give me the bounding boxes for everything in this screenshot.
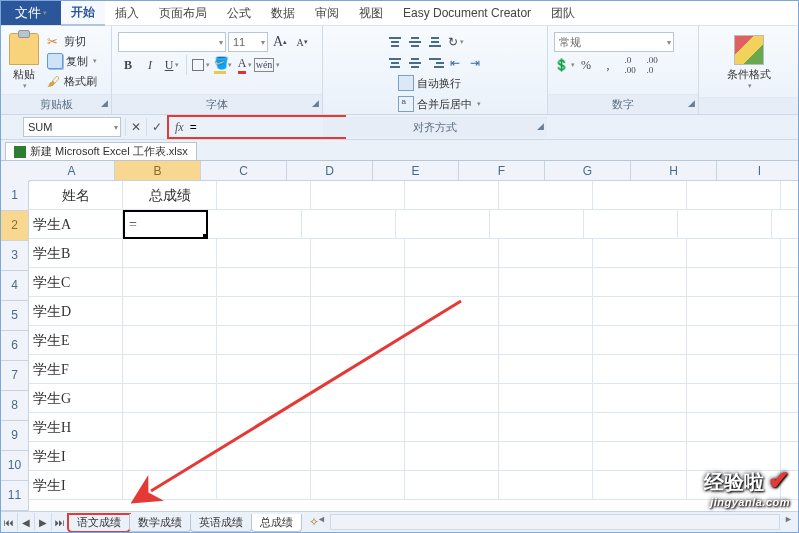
cell-C11[interactable] (217, 471, 311, 500)
cell-G4[interactable] (593, 268, 687, 297)
align-center-button[interactable] (406, 55, 424, 71)
phonetic-button[interactable]: wén▾ (257, 55, 277, 75)
cell-G8[interactable] (593, 384, 687, 413)
menu-item-0[interactable]: 开始 (61, 1, 105, 26)
currency-button[interactable]: 💲▾ (554, 55, 574, 75)
enter-formula-button[interactable]: ✓ (146, 118, 167, 136)
shrink-font-button[interactable]: A▾ (292, 32, 312, 52)
cell-C3[interactable] (217, 239, 311, 268)
underline-button[interactable]: U▾ (162, 55, 187, 75)
cell-C7[interactable] (217, 355, 311, 384)
cell-B2[interactable]: = (123, 210, 208, 239)
sheet-nav-next[interactable]: ▶ (35, 513, 52, 531)
cell-C10[interactable] (217, 442, 311, 471)
font-color-button[interactable]: A▾ (235, 55, 255, 75)
cell-G6[interactable] (593, 326, 687, 355)
dialog-launcher-icon[interactable]: ◢ (312, 98, 319, 108)
cell-G9[interactable] (593, 413, 687, 442)
cell-D11[interactable] (311, 471, 405, 500)
wrap-text-button[interactable]: 自动换行 (396, 74, 483, 92)
sheet-nav-first[interactable]: ⏮ (1, 513, 18, 531)
cell-B1[interactable]: 总成绩 (123, 181, 217, 210)
row-header-10[interactable]: 10 (1, 451, 29, 481)
cell-A5[interactable]: 学生D (29, 297, 123, 326)
sheet-nav-last[interactable]: ⏭ (52, 513, 69, 531)
cell-I4[interactable] (781, 268, 798, 297)
cell-G3[interactable] (593, 239, 687, 268)
cell-F7[interactable] (499, 355, 593, 384)
cell-C1[interactable] (217, 181, 311, 210)
cell-I8[interactable] (781, 384, 798, 413)
cell-C8[interactable] (217, 384, 311, 413)
cell-I1[interactable] (781, 181, 798, 210)
cell-B10[interactable] (123, 442, 217, 471)
align-middle-button[interactable] (406, 34, 424, 50)
cell-B8[interactable] (123, 384, 217, 413)
file-menu[interactable]: 文件▾ (1, 1, 61, 25)
comma-button[interactable]: , (598, 55, 618, 75)
row-header-6[interactable]: 6 (1, 331, 29, 361)
cell-B7[interactable] (123, 355, 217, 384)
cell-D2[interactable] (302, 210, 396, 239)
align-left-button[interactable] (386, 55, 404, 71)
cell-G11[interactable] (593, 471, 687, 500)
cell-D1[interactable] (311, 181, 405, 210)
cell-E3[interactable] (405, 239, 499, 268)
cell-F11[interactable] (499, 471, 593, 500)
cell-D7[interactable] (311, 355, 405, 384)
cell-C5[interactable] (217, 297, 311, 326)
sheet-tab-1[interactable]: 数学成绩 (129, 514, 191, 532)
orientation-button[interactable]: ↻▾ (446, 32, 466, 52)
cell-A1[interactable]: 姓名 (29, 181, 123, 210)
align-bottom-button[interactable] (426, 34, 444, 50)
cell-H8[interactable] (687, 384, 781, 413)
cell-G2[interactable] (584, 210, 678, 239)
menu-item-3[interactable]: 公式 (217, 1, 261, 25)
row-header-11[interactable]: 11 (1, 481, 29, 511)
cell-F1[interactable] (499, 181, 593, 210)
cell-D9[interactable] (311, 413, 405, 442)
font-name-dropdown[interactable]: ▾ (118, 32, 226, 52)
cell-H7[interactable] (687, 355, 781, 384)
align-right-button[interactable] (426, 55, 444, 71)
cell-D4[interactable] (311, 268, 405, 297)
workbook-tab[interactable]: 新建 Microsoft Excel 工作表.xlsx (5, 142, 197, 160)
cell-G10[interactable] (593, 442, 687, 471)
row-header-9[interactable]: 9 (1, 421, 29, 451)
col-header-G[interactable]: G (545, 161, 631, 181)
cell-I6[interactable] (781, 326, 798, 355)
cell-F10[interactable] (499, 442, 593, 471)
menu-item-4[interactable]: 数据 (261, 1, 305, 25)
cell-F3[interactable] (499, 239, 593, 268)
cell-E1[interactable] (405, 181, 499, 210)
cell-E8[interactable] (405, 384, 499, 413)
menu-item-7[interactable]: Easy Document Creator (393, 1, 541, 25)
row-header-3[interactable]: 3 (1, 241, 29, 271)
sheet-nav-prev[interactable]: ◀ (18, 513, 35, 531)
menu-item-2[interactable]: 页面布局 (149, 1, 217, 25)
dialog-launcher-icon[interactable]: ◢ (688, 98, 695, 108)
col-header-F[interactable]: F (459, 161, 545, 181)
cell-A7[interactable]: 学生F (29, 355, 123, 384)
cell-H4[interactable] (687, 268, 781, 297)
row-header-2[interactable]: 2 (1, 211, 29, 241)
dialog-launcher-icon[interactable]: ◢ (101, 98, 108, 108)
increase-decimal-button[interactable]: .0.00 (620, 55, 640, 75)
col-header-I[interactable]: I (717, 161, 798, 181)
cell-F9[interactable] (499, 413, 593, 442)
row-header-1[interactable]: 1 (1, 181, 29, 211)
cell-G5[interactable] (593, 297, 687, 326)
cell-A8[interactable]: 学生G (29, 384, 123, 413)
col-header-C[interactable]: C (201, 161, 287, 181)
cell-A3[interactable]: 学生B (29, 239, 123, 268)
cell-A11[interactable]: 学生I (29, 471, 123, 500)
cell-C6[interactable] (217, 326, 311, 355)
cell-F4[interactable] (499, 268, 593, 297)
cell-E11[interactable] (405, 471, 499, 500)
cell-H6[interactable] (687, 326, 781, 355)
cell-A6[interactable]: 学生E (29, 326, 123, 355)
cut-button[interactable]: ✂剪切 (45, 32, 99, 50)
cell-E2[interactable] (396, 210, 490, 239)
merge-center-button[interactable]: 合并后居中▾ (396, 95, 483, 113)
cell-C2[interactable] (208, 210, 302, 239)
